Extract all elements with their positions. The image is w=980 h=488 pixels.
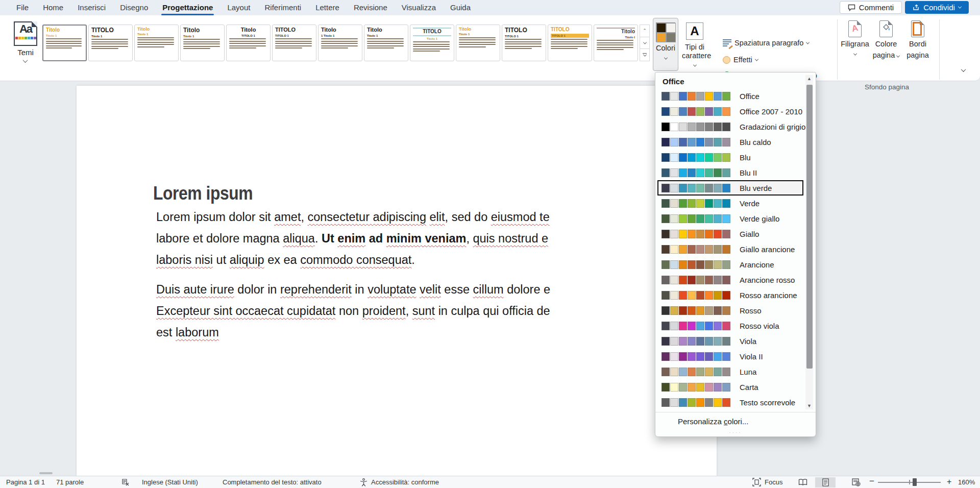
- gallery-more-button[interactable]: [640, 49, 650, 61]
- color-scheme-name: Luna: [740, 368, 756, 376]
- style-set-thumbnail-3[interactable]: TitoloTitolo 1: [134, 25, 179, 61]
- themes-button[interactable]: Aa Temi: [11, 19, 40, 77]
- menu-tab-layout[interactable]: Layout: [220, 0, 257, 15]
- color-scheme-verde[interactable]: Verde: [657, 196, 803, 211]
- accessibility-icon[interactable]: [359, 478, 368, 488]
- page-count-status[interactable]: Pagina 1 di 1: [6, 476, 45, 488]
- color-scheme-swatches: [662, 260, 730, 269]
- language-status[interactable]: Inglese (Stati Uniti): [142, 476, 198, 488]
- color-scheme-giallo-arancione[interactable]: Giallo arancione: [657, 241, 803, 257]
- colors-dropdown-menu: Office OfficeOffice 2007 - 2010Gradazion…: [655, 72, 816, 437]
- color-scheme-swatches: [662, 107, 730, 116]
- style-set-thumbnail-12[interactable]: TITOLOTITOLO 1: [548, 25, 592, 61]
- comment-bubble-icon: [848, 4, 855, 11]
- zoom-in-button[interactable]: +: [947, 476, 951, 487]
- color-scheme-swatches: [662, 214, 730, 223]
- style-set-thumbnail-6[interactable]: TITOLOTITOLO 1: [272, 25, 316, 61]
- style-set-thumbnail-10[interactable]: TitoloTitolo 1: [456, 25, 500, 61]
- title-bar: FileHomeInserisciDisegnoProgettazioneLay…: [0, 0, 980, 15]
- text-completion-status[interactable]: Completamento del testo: attivato: [223, 476, 322, 488]
- menu-tab-guida[interactable]: Guida: [443, 0, 478, 15]
- color-scheme-swatches: [662, 398, 730, 407]
- color-scheme-rosso-viola[interactable]: Rosso viola: [657, 318, 803, 333]
- menu-tab-progettazione[interactable]: Progettazione: [155, 0, 220, 15]
- horizontal-scrollbar[interactable]: [39, 472, 53, 474]
- page-borders-button[interactable]: Bordi pagina: [899, 20, 936, 60]
- menu-tab-file[interactable]: File: [9, 0, 36, 15]
- share-button[interactable]: Condividi: [905, 1, 969, 14]
- style-set-thumbnail-13[interactable]: TitoloTitolo I: [594, 25, 638, 61]
- effects-icon: [723, 56, 730, 64]
- menu-tab-visualizza[interactable]: Visualizza: [395, 0, 443, 15]
- color-scheme-swatches: [662, 306, 730, 315]
- word-count-status[interactable]: 71 parole: [56, 476, 84, 488]
- read-mode-button[interactable]: [793, 477, 813, 487]
- color-scheme-arancione-rosso[interactable]: Arancione rosso: [657, 272, 803, 287]
- web-layout-button[interactable]: [846, 477, 866, 487]
- color-scheme-rosso-arancione[interactable]: Rosso arancione: [657, 287, 803, 303]
- accessibility-status[interactable]: Accessibilità: conforme: [371, 476, 439, 488]
- menu-tab-lettere[interactable]: Lettere: [308, 0, 347, 15]
- color-scheme-carta[interactable]: Carta: [657, 379, 803, 395]
- zoom-slider-thumb[interactable]: [913, 478, 917, 486]
- menu-tab-riferimenti[interactable]: Riferimenti: [257, 0, 308, 15]
- thumbnail-subtitle: Titolo 1: [367, 34, 405, 37]
- customize-colors-menu-item[interactable]: Personalizza colori...: [678, 417, 748, 426]
- color-scheme-blu-verde[interactable]: Blu verde: [657, 180, 803, 196]
- color-scheme-name: Rosso: [740, 306, 762, 315]
- style-set-thumbnail-7[interactable]: Titolo1 Titolo 1: [318, 25, 362, 61]
- comments-button[interactable]: Commenti: [840, 1, 902, 14]
- gallery-scroll-down-button[interactable]: [640, 37, 650, 50]
- style-set-thumbnail-1[interactable]: TitoloTitolo 1: [42, 25, 87, 61]
- style-set-thumbnail-2[interactable]: TITOLOTitolo 1: [88, 25, 133, 61]
- color-scheme-office-2007-2010[interactable]: Office 2007 - 2010: [657, 104, 803, 119]
- colors-button[interactable]: Colori: [653, 18, 678, 71]
- paragraph-spacing-button[interactable]: Spaziatura paragrafo: [723, 39, 809, 47]
- color-scheme-giallo[interactable]: Giallo: [657, 226, 803, 241]
- dropdown-scrollbar[interactable]: ▲ ▼: [805, 75, 813, 409]
- fonts-button[interactable]: A Tipi di carattere: [682, 18, 707, 69]
- menu-tab-disegno[interactable]: Disegno: [113, 0, 155, 15]
- effects-button[interactable]: Effetti: [723, 56, 758, 64]
- scroll-up-arrow-icon[interactable]: ▲: [805, 75, 813, 82]
- share-dropdown-chevron-icon[interactable]: [958, 5, 962, 9]
- thumbnail-subtitle: 1 Titolo 1: [321, 34, 359, 37]
- zoom-out-button[interactable]: −: [869, 475, 874, 487]
- scrollbar-thumb[interactable]: [806, 85, 813, 369]
- zoom-percentage[interactable]: 160%: [958, 476, 975, 488]
- color-scheme-office[interactable]: Office: [657, 88, 803, 104]
- color-scheme-viola[interactable]: Viola: [657, 333, 803, 349]
- print-layout-button[interactable]: [815, 477, 836, 487]
- color-scheme-blu[interactable]: Blu: [657, 150, 803, 165]
- color-scheme-swatches: [662, 276, 730, 284]
- color-scheme-rosso[interactable]: Rosso: [657, 303, 803, 318]
- proofing-icon[interactable]: [121, 478, 130, 488]
- menu-tab-home[interactable]: Home: [36, 0, 70, 15]
- collapse-ribbon-chevron-icon[interactable]: [961, 67, 966, 72]
- color-scheme-luna[interactable]: Luna: [657, 364, 803, 379]
- color-scheme-testo-scorrevole[interactable]: Testo scorrevole: [657, 395, 803, 410]
- color-scheme-blu-caldo[interactable]: Blu caldo: [657, 134, 803, 150]
- status-bar: Pagina 1 di 1 71 parole Inglese (Stati U…: [0, 476, 980, 488]
- color-scheme-blu-ii[interactable]: Blu II: [657, 165, 803, 180]
- menu-tab-revisione[interactable]: Revisione: [347, 0, 395, 15]
- color-scheme-viola-ii[interactable]: Viola II: [657, 349, 803, 364]
- color-scheme-swatches: [662, 322, 730, 330]
- focus-button[interactable]: Focus: [765, 476, 782, 488]
- color-scheme-verde-giallo[interactable]: Verde giallo: [657, 211, 803, 226]
- style-set-thumbnail-8[interactable]: TitoloTitolo 1: [364, 25, 408, 61]
- color-scheme-gradazioni-di-grigio[interactable]: Gradazioni di grigio: [657, 119, 803, 134]
- scroll-down-arrow-icon[interactable]: ▼: [805, 402, 813, 409]
- color-scheme-swatches: [662, 153, 730, 162]
- color-scheme-arancione[interactable]: Arancione: [657, 257, 803, 272]
- gallery-scroll-up-button[interactable]: ⌃: [640, 25, 650, 37]
- style-set-thumbnail-4[interactable]: TitoloTitolo 1: [180, 25, 225, 61]
- style-set-thumbnail-5[interactable]: TitoloTITOLO 1: [226, 25, 271, 61]
- color-scheme-swatches: [662, 184, 730, 192]
- menu-tab-inserisci[interactable]: Inserisci: [70, 0, 113, 15]
- resize-grip[interactable]: ····: [655, 430, 816, 435]
- focus-icon[interactable]: [752, 478, 761, 488]
- page-borders-icon: [911, 20, 924, 37]
- style-set-thumbnail-9[interactable]: TITOLOTitolo 1: [410, 25, 454, 61]
- style-set-thumbnail-11[interactable]: TITOLOTITOLO 1: [502, 25, 546, 61]
